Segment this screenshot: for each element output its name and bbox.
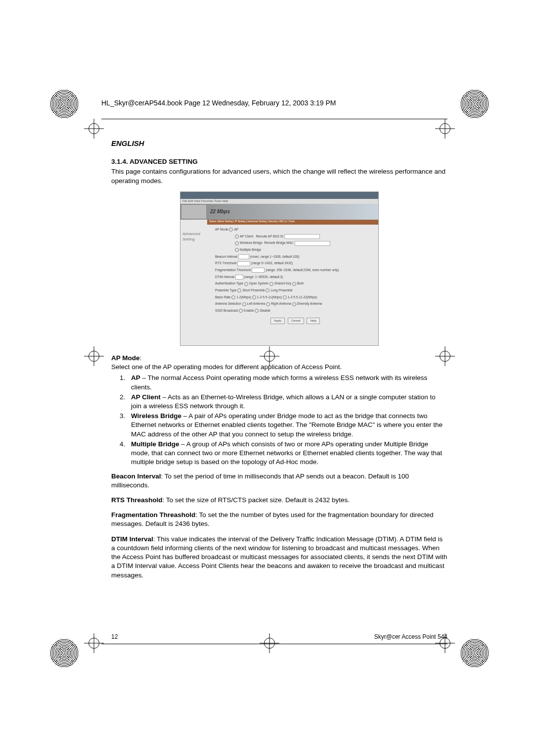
reg-mark — [49, 89, 79, 119]
ap-mode-list: AP – The normal Access Point operating m… — [111, 374, 447, 467]
reg-mark — [49, 638, 79, 668]
section-intro: This page contains configurations for ad… — [111, 167, 447, 185]
crop-cross — [84, 119, 104, 139]
brand-label: 22 Mbps — [210, 208, 230, 215]
help-button[interactable]: Help — [307, 318, 319, 324]
frag-para: Fragmentation Threashold: To set the the… — [111, 511, 447, 528]
side-title: Advanced Setting — [182, 232, 210, 242]
list-item: AP – The normal Access Point operating m… — [127, 374, 447, 391]
page-footer: 12 Skyr@cer Access Point 544 — [111, 633, 447, 640]
page-number: 12 — [111, 633, 118, 640]
beacon-para: Beacon Interval: To set the period of ti… — [111, 472, 447, 490]
cancel-button[interactable]: Cancel — [288, 318, 304, 324]
page-content: ENGLISH 3.1.4. ADVANCED SETTING This pag… — [111, 139, 447, 586]
config-screenshot: File Edit View Favorites Tools Help 22 M… — [180, 191, 379, 346]
section-title: 3.1.4. ADVANCED SETTING — [111, 157, 447, 166]
product-name: Skyr@cer Access Point 544 — [374, 633, 447, 640]
crop-cross — [84, 346, 104, 366]
list-item: AP Client – Acts as an Ethernet-to-Wirel… — [127, 393, 447, 411]
list-item: Wireless Bridge – A pair of APs operatin… — [127, 412, 447, 439]
rts-para: RTS Threashold: To set the size of RTS/C… — [111, 496, 447, 505]
apply-button[interactable]: Apply — [270, 318, 285, 324]
ap-mode-heading: AP Mode: — [111, 354, 447, 363]
crop-cross — [84, 633, 104, 653]
reg-mark — [460, 638, 490, 668]
language-label: ENGLISH — [111, 139, 447, 148]
list-item: Multiple Bridge – A group of APs which c… — [127, 440, 447, 467]
reg-mark — [460, 89, 490, 119]
book-header: HL_Skyr@cerAP544.book Page 12 Wednesday,… — [101, 99, 336, 107]
ap-mode-intro: Select one of the AP operating modes for… — [111, 363, 447, 372]
dtim-para: DTIM Interval: This value indicates the … — [111, 535, 447, 580]
